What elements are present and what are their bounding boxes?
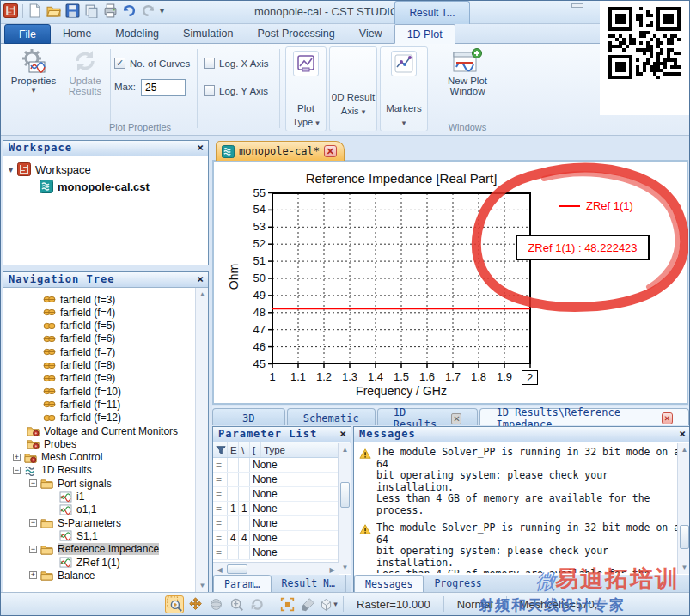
- axis-dropdown[interactable]: Axis ▾: [341, 106, 365, 116]
- scroll-up-icon[interactable]: ▲: [678, 443, 690, 456]
- close-tab-icon[interactable]: ✕: [451, 413, 461, 424]
- parameter-row[interactable]: =44None: [213, 531, 351, 546]
- tab-simulation[interactable]: Simulation: [171, 24, 245, 44]
- parameter-row[interactable]: =None: [213, 473, 351, 487]
- redo-icon[interactable]: [141, 3, 156, 18]
- markers-button[interactable]: [391, 51, 417, 76]
- rotate-icon[interactable]: [206, 595, 225, 613]
- tab-1d-results[interactable]: 1D Results ✕: [377, 408, 479, 425]
- plot-button[interactable]: [293, 51, 319, 76]
- no-of-curves-checkbox[interactable]: ✓ No. of Curves: [114, 58, 190, 69]
- collapse-minus-icon[interactable]: −: [29, 479, 37, 487]
- tree-item-farfield-f-5-[interactable]: farfield (f=5): [43, 320, 115, 332]
- scroll-down-icon[interactable]: ▼: [339, 561, 351, 574]
- tree-item-farfield-f-6-[interactable]: farfield (f=6): [43, 332, 115, 345]
- scrollbar-thumb[interactable]: [680, 525, 689, 549]
- tree-item-mesh-control[interactable]: +Mesh Control: [13, 451, 102, 464]
- zoom-select-icon[interactable]: [165, 595, 184, 613]
- axis-marker-box[interactable]: 2: [522, 370, 538, 385]
- tree-item-i1[interactable]: i1: [59, 491, 84, 503]
- close-icon[interactable]: ×: [197, 272, 205, 285]
- new-plot-window-button[interactable]: New Plot Window: [433, 48, 502, 96]
- parameter-row[interactable]: =11None: [213, 502, 351, 516]
- new-document-icon[interactable]: [27, 3, 42, 18]
- tree-item-farfield-f-12-[interactable]: farfield (f=12): [43, 412, 121, 424]
- tree-item-1d-results[interactable]: −1D Results: [13, 464, 92, 477]
- tab-messages[interactable]: Messages: [354, 575, 424, 592]
- tree-item-farfield-f-9-[interactable]: farfield (f=9): [43, 372, 115, 385]
- parameter-row[interactable]: =None: [213, 458, 351, 473]
- nav-tree-scrollbar[interactable]: ▲ ▼: [195, 288, 208, 592]
- chart-legend[interactable]: ZRef 1(1): [559, 199, 633, 212]
- markers-dropdown[interactable]: ▾: [402, 117, 406, 127]
- tree-item-farfield-f-7-[interactable]: farfield (f=7): [43, 345, 115, 358]
- properties-button[interactable]: Properties ▾: [6, 48, 61, 95]
- tree-item-port-signals[interactable]: −Port signals: [29, 477, 112, 490]
- tab-result-navigator[interactable]: Result N…: [272, 575, 346, 592]
- navigation-tree-header[interactable]: Navigation Tree ×: [3, 272, 208, 288]
- close-tab-icon[interactable]: ✕: [662, 412, 673, 424]
- expand-plus-icon[interactable]: +: [29, 571, 37, 579]
- tree-item-o1-1[interactable]: o1,1: [59, 503, 96, 516]
- collapse-minus-icon[interactable]: −: [29, 546, 37, 553]
- scrollbar-thumb[interactable]: [340, 482, 350, 508]
- project-node[interactable]: monopole-cal.cst: [40, 180, 150, 193]
- markers-button-label[interactable]: Markers: [386, 103, 422, 113]
- tree-item-probes[interactable]: Probes: [27, 437, 76, 450]
- close-icon[interactable]: ×: [197, 141, 205, 154]
- type-dropdown[interactable]: Type ▾: [292, 117, 319, 127]
- close-icon[interactable]: ×: [339, 427, 347, 440]
- expand-plus-icon[interactable]: +: [13, 454, 21, 461]
- checkbox-unchecked-icon[interactable]: [204, 58, 215, 69]
- messages-header[interactable]: Messages ×: [354, 427, 690, 442]
- tab-view[interactable]: View: [347, 24, 394, 44]
- checkbox-checked-icon[interactable]: ✓: [114, 58, 125, 69]
- update-results-button[interactable]: Update Results: [63, 48, 107, 96]
- minimize-button[interactable]: [571, 3, 583, 8]
- document-tab-monopole-cal[interactable]: monopole-cal* ✕: [216, 141, 345, 161]
- tab-post-processing[interactable]: Post Processing: [245, 24, 346, 44]
- tab-1d-results-reference-impedance[interactable]: 1D Results\Reference Impedance ✕: [479, 408, 689, 425]
- log-y-axis-checkbox[interactable]: Log. Y Axis: [204, 85, 268, 96]
- tree-item-zref-1-1-[interactable]: ZRef 1(1): [59, 556, 120, 569]
- param-hscrollbar[interactable]: ◀ ▶: [213, 562, 339, 575]
- tab-parameters[interactable]: Param…: [213, 575, 272, 592]
- tab-3d[interactable]: 3D: [212, 408, 285, 425]
- tree-item-voltage-and-current-monitors[interactable]: Voltage and Current Monitors: [27, 424, 178, 437]
- tab-1d-plot[interactable]: 1D Plot: [394, 24, 455, 44]
- filter-icon[interactable]: [213, 442, 228, 457]
- print-icon[interactable]: [103, 3, 118, 18]
- zoom-in-out-icon[interactable]: [227, 595, 246, 613]
- parameter-row[interactable]: =None: [213, 516, 351, 531]
- scroll-down-icon[interactable]: ▼: [196, 579, 208, 592]
- tree-item-s-parameters[interactable]: −S-Parameters: [29, 516, 121, 529]
- tree-item-s1-1[interactable]: S1,1: [59, 529, 98, 542]
- messages-scrollbar[interactable]: ▲ ▼: [677, 443, 690, 574]
- tree-item-balance[interactable]: +Balance: [29, 569, 95, 582]
- open-folder-icon[interactable]: [46, 3, 61, 18]
- copy-icon[interactable]: [84, 3, 99, 18]
- plot-button-label[interactable]: Plot: [297, 103, 314, 113]
- collapse-minus-icon[interactable]: −: [13, 467, 21, 474]
- tree-item-farfield-f-3-[interactable]: farfield (f=3): [43, 293, 115, 306]
- collapse-minus-icon[interactable]: −: [29, 519, 37, 527]
- log-x-axis-checkbox[interactable]: Log. X Axis: [204, 58, 269, 69]
- brush-icon[interactable]: [298, 595, 317, 613]
- tree-item-farfield-f-11-[interactable]: farfield (f=11): [43, 398, 120, 411]
- workspace-panel-header[interactable]: Workspace ×: [3, 141, 208, 156]
- param-scrollbar[interactable]: ▲ ▼: [338, 443, 351, 574]
- tree-item-farfield-f-4-[interactable]: farfield (f=4): [43, 306, 115, 319]
- scroll-up-icon[interactable]: ▲: [196, 288, 208, 301]
- 0d-result-button[interactable]: 0D Result: [332, 92, 376, 102]
- close-icon[interactable]: ×: [679, 427, 687, 440]
- view-cube-icon[interactable]: ▾: [319, 595, 338, 613]
- parameter-row[interactable]: =None: [213, 487, 351, 502]
- scroll-up-icon[interactable]: ▲: [339, 443, 351, 456]
- scroll-down-icon[interactable]: ▼: [678, 561, 690, 574]
- tab-home[interactable]: Home: [51, 24, 103, 44]
- fit-view-icon[interactable]: [278, 595, 296, 613]
- close-document-icon[interactable]: ✕: [324, 145, 337, 157]
- tab-modeling[interactable]: Modeling: [103, 24, 171, 44]
- spin-icon[interactable]: [247, 595, 266, 613]
- tab-progress[interactable]: Progress: [424, 575, 492, 592]
